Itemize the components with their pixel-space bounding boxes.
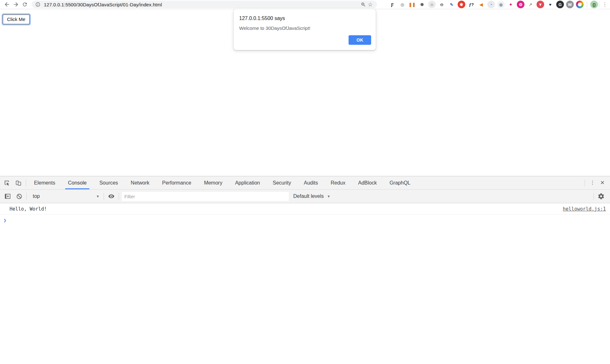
- log-levels-select[interactable]: Default levels ▼: [293, 193, 330, 199]
- live-expression-button[interactable]: [106, 193, 117, 200]
- console-prompt[interactable]: ❯: [0, 215, 610, 226]
- info-icon[interactable]: [34, 1, 41, 8]
- javascript-context-select[interactable]: top ▼: [28, 193, 102, 199]
- apollo-extension-icon[interactable]: ✦: [507, 1, 515, 8]
- circle-dash-extension-icon[interactable]: ⊖: [438, 1, 446, 8]
- url-text[interactable]: 127.0.0.1:5500/30DaysOfJavaScript/01-Day…: [44, 2, 360, 7]
- atom-extension-icon[interactable]: ⊛: [428, 1, 436, 8]
- back-button[interactable]: [3, 0, 11, 9]
- target-extension-icon[interactable]: ◎: [399, 1, 406, 8]
- devtools-panel: Elements Console Sources Network Perform…: [0, 176, 610, 364]
- chevron-down-icon: ▼: [327, 194, 330, 198]
- alert-ok-button[interactable]: OK: [349, 35, 371, 45]
- device-toolbar-button[interactable]: [13, 176, 24, 189]
- toolbar-separator: [593, 193, 594, 200]
- console-source-link[interactable]: helloworld.js:1: [563, 206, 606, 212]
- click-me-button[interactable]: Click Me: [3, 14, 30, 24]
- devtools-tab[interactable]: Audits: [297, 176, 324, 189]
- gear-icon: [598, 193, 605, 200]
- devtools-tab[interactable]: Security: [266, 176, 297, 189]
- eyedropper-extension-icon[interactable]: ✎: [448, 1, 455, 8]
- sidebar-play-icon: [4, 193, 11, 200]
- devtools-tab[interactable]: Application: [229, 176, 266, 189]
- w-circle-extension-icon[interactable]: W: [566, 1, 574, 8]
- browser-menu-kebab-icon[interactable]: ⋮: [602, 3, 608, 5]
- extensions-strip: Ƒ ◎ ❚❚ ✺ ⊛ ⊖ ✎ ✱ ƒ? ◀ ◔ ◉ ✦ ⚙ ↗ ▼: [379, 1, 598, 8]
- clear-console-button[interactable]: [13, 193, 25, 200]
- clear-circle-slash-icon: [16, 193, 23, 200]
- camera-extension-icon[interactable]: ◉: [497, 1, 505, 8]
- devtools-menu-kebab-icon[interactable]: ⋮: [589, 182, 596, 184]
- console-settings-button[interactable]: [595, 193, 607, 200]
- toolbar-separator: [104, 193, 104, 200]
- console-messages: Hello, World! helloworld.js:1: [0, 203, 610, 215]
- bug-extension-icon[interactable]: ✺: [418, 1, 426, 8]
- reload-button[interactable]: [20, 0, 29, 9]
- tabbar-separator: [26, 179, 26, 186]
- inspect-cursor-icon: [3, 179, 10, 186]
- console-log-row: Hello, World! helloworld.js:1: [0, 203, 610, 215]
- console-filter-input[interactable]: [122, 192, 289, 201]
- json-viewer-extension-icon[interactable]: {}: [590, 1, 598, 8]
- tabbar-right-separator: [585, 179, 585, 186]
- console-empty-area[interactable]: [0, 226, 610, 364]
- pocket-extension-icon[interactable]: ▼: [537, 1, 544, 8]
- forward-arrow-icon: [13, 1, 19, 8]
- device-toolbar-icon: [15, 179, 22, 186]
- megaphone-extension-icon[interactable]: ◀: [477, 1, 485, 8]
- devtools-tab[interactable]: Redux: [324, 176, 352, 189]
- alert-message: Welcome to 30DaysOfJavaScript!: [239, 25, 371, 31]
- devtools-tab[interactable]: Elements: [28, 176, 62, 189]
- devtools-close-icon[interactable]: ✕: [599, 179, 606, 186]
- gear-square-extension-icon[interactable]: ⚙: [517, 1, 524, 8]
- devtools-tab[interactable]: Performance: [156, 176, 198, 189]
- inspect-element-button[interactable]: [1, 176, 13, 189]
- forward-button[interactable]: [11, 0, 20, 9]
- function-help-extension-icon[interactable]: ƒ?: [468, 1, 475, 8]
- devtools-tabbar: Elements Console Sources Network Perform…: [0, 176, 610, 190]
- alert-dialog: 127.0.0.1:5500 says Welcome to 30DaysOfJ…: [233, 9, 376, 50]
- blocks-arrow-extension-icon[interactable]: ↗: [527, 1, 534, 8]
- devtools-tab[interactable]: Sources: [93, 176, 124, 189]
- devtools-tabs: Elements Console Sources Network Perform…: [28, 176, 417, 189]
- reload-icon: [22, 2, 28, 7]
- devtools-tab[interactable]: Memory: [198, 176, 229, 189]
- eye-icon: [108, 193, 115, 200]
- heart-magnifier-extension-icon[interactable]: ♥: [546, 1, 554, 8]
- bookmark-star-icon[interactable]: ☆: [367, 1, 374, 8]
- devtools-tab[interactable]: Network: [124, 176, 156, 189]
- alert-title: 127.0.0.1:5500 says: [239, 16, 371, 21]
- zoom-magnifier-icon[interactable]: [360, 1, 367, 8]
- toolbar-separator: [599, 2, 599, 7]
- console-sidebar-toggle-button[interactable]: [2, 193, 13, 200]
- panels-extension-icon[interactable]: ❚❚: [408, 1, 416, 8]
- prompt-chevron-icon: ❯: [3, 218, 6, 223]
- console-toolbar: top ▼ Default levels ▼: [0, 190, 610, 203]
- devtools-tab[interactable]: AdBlock: [352, 176, 383, 189]
- chevron-down-icon: ▼: [96, 194, 100, 198]
- swirl-extension-icon[interactable]: ◔: [487, 1, 495, 8]
- toolbar-separator: [119, 193, 119, 200]
- color-ring-extension-icon[interactable]: [576, 1, 584, 8]
- extensions-separator: [587, 2, 587, 7]
- toolbar-separator: [26, 193, 27, 200]
- stylus-extension-icon[interactable]: Ƒ: [389, 1, 396, 8]
- devtools-tab[interactable]: GraphQL: [383, 176, 417, 189]
- address-bar[interactable]: 127.0.0.1:5500/30DaysOfJavaScript/01-Day…: [32, 1, 377, 8]
- browser-toolbar: 127.0.0.1:5500/30DaysOfJavaScript/01-Day…: [0, 0, 610, 9]
- back-arrow-icon: [4, 1, 10, 8]
- devtools-tab[interactable]: Console: [62, 176, 93, 189]
- console-log-text: Hello, World!: [10, 206, 563, 212]
- g-circle-extension-icon[interactable]: G: [556, 1, 564, 8]
- adblock-hand-extension-icon[interactable]: ✱: [458, 1, 465, 8]
